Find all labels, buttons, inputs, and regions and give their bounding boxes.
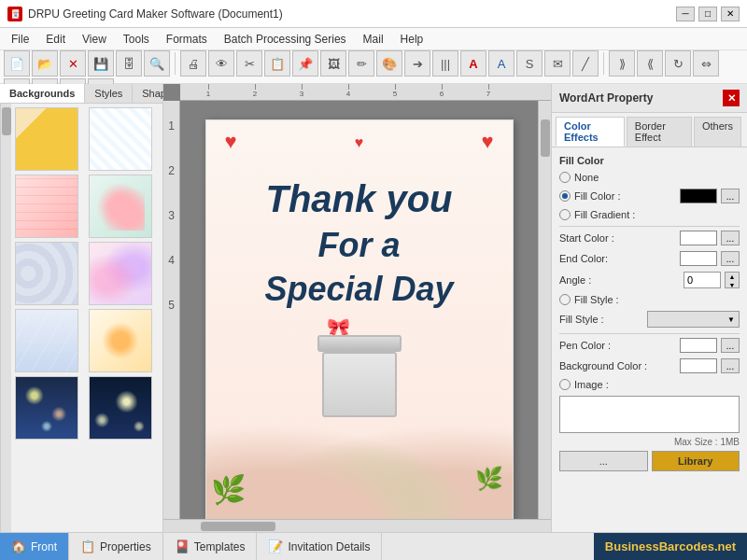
bg-color-btn[interactable]: ... xyxy=(721,358,740,373)
fill-color-radio[interactable] xyxy=(559,190,571,202)
card-text-line1: Thank you xyxy=(206,176,513,221)
forward-btn[interactable]: ⟫ xyxy=(609,50,635,77)
list-item[interactable] xyxy=(89,107,152,171)
cut-btn[interactable]: ✂ xyxy=(236,50,262,77)
rotate-btn[interactable]: ↻ xyxy=(665,50,691,77)
tab-front[interactable]: 🏠 Front xyxy=(0,533,69,560)
fill-style-dropdown[interactable]: ▼ xyxy=(647,311,740,328)
email-btn[interactable]: ✉ xyxy=(544,50,571,77)
panel-close-button[interactable]: ✕ xyxy=(723,90,740,106)
text-btn[interactable]: A xyxy=(460,50,486,77)
list-item[interactable] xyxy=(89,242,152,305)
bg-color-swatch[interactable] xyxy=(680,358,717,373)
pen-color-swatch[interactable] xyxy=(680,338,717,353)
list-item[interactable] xyxy=(15,107,78,171)
front-icon: 🏠 xyxy=(11,539,26,554)
minimize-btn[interactable]: ─ xyxy=(676,7,695,21)
menu-help[interactable]: Help xyxy=(393,31,431,48)
invitation-icon: 📝 xyxy=(268,539,283,554)
fill-color-picker-btn[interactable]: ... xyxy=(721,189,740,203)
copy-btn[interactable]: 📋 xyxy=(264,50,290,77)
menu-file[interactable]: File xyxy=(4,31,36,48)
menu-formats[interactable]: Formats xyxy=(159,31,215,48)
max-size-label: Max Size : 1MB xyxy=(559,437,740,447)
barcode-btn[interactable]: ||| xyxy=(432,50,458,77)
menu-view[interactable]: View xyxy=(75,31,114,48)
new-btn[interactable]: 📄 xyxy=(4,50,30,77)
menu-edit[interactable]: Edit xyxy=(38,31,73,48)
heart-center: ♥ xyxy=(355,134,364,154)
fill-color-swatch[interactable] xyxy=(680,189,717,203)
pen-color-btn[interactable]: ... xyxy=(721,338,740,353)
scrollbar-thumb xyxy=(2,107,11,135)
fill-style-radio-row: Fill Style : xyxy=(559,294,740,305)
invitation-label: Invitation Details xyxy=(288,540,370,553)
maximize-btn[interactable]: □ xyxy=(698,7,717,21)
close-btn[interactable]: ✕ xyxy=(721,7,740,21)
library-btn[interactable]: Library xyxy=(652,451,740,471)
templates-label: Templates xyxy=(194,540,246,553)
dots-btn[interactable]: ... xyxy=(559,451,648,471)
list-item[interactable] xyxy=(89,376,152,440)
image-btn[interactable]: 🖼 xyxy=(320,50,346,77)
menu-batch[interactable]: Batch Processing Series xyxy=(217,31,354,48)
start-color-swatch[interactable] xyxy=(680,231,717,245)
canvas-container: 1 2 3 4 5 ♥ ♥ ♥ Thank you xyxy=(163,101,551,519)
angle-row: Angle : ▲ ▼ xyxy=(559,272,740,288)
print-preview-btn[interactable]: 👁 xyxy=(208,50,234,77)
end-color-btn[interactable]: ... xyxy=(721,251,740,266)
left-scrollbar[interactable] xyxy=(0,104,11,532)
tab-properties[interactable]: 📋 Properties xyxy=(69,533,163,560)
save-all-btn[interactable]: 🗄 xyxy=(116,50,142,77)
tab-others[interactable]: Others xyxy=(694,117,741,147)
window-controls: ─ □ ✕ xyxy=(676,7,740,21)
angle-spinner[interactable]: ▲ ▼ xyxy=(725,272,740,288)
list-item[interactable] xyxy=(15,309,78,372)
fill-gradient-label: Fill Gradient : xyxy=(574,209,740,220)
draw-btn[interactable]: ✏ xyxy=(348,50,374,77)
list-item[interactable] xyxy=(15,242,78,305)
browse-btn[interactable]: 🔍 xyxy=(144,50,170,77)
none-radio[interactable] xyxy=(559,172,571,183)
fill-gradient-radio[interactable] xyxy=(559,209,571,220)
menu-mail[interactable]: Mail xyxy=(356,31,391,48)
menu-tools[interactable]: Tools xyxy=(116,31,157,48)
list-item[interactable] xyxy=(89,309,152,372)
paint-btn[interactable]: 🎨 xyxy=(376,50,402,77)
canvas-hscrollbar[interactable] xyxy=(163,519,551,532)
angle-input[interactable] xyxy=(684,272,721,288)
start-color-btn[interactable]: ... xyxy=(721,231,740,245)
paste-btn[interactable]: 📌 xyxy=(292,50,318,77)
app-icon: 🃏 xyxy=(7,7,22,21)
fill-style-radio[interactable] xyxy=(559,294,571,305)
symbol-btn[interactable]: S xyxy=(516,50,543,77)
angle-label: Angle : xyxy=(559,274,680,286)
flip-btn[interactable]: ⇔ xyxy=(693,50,719,77)
ruler-top: 1 2 3 4 5 6 7 xyxy=(180,84,551,101)
image-input-area[interactable] xyxy=(559,396,740,433)
ruler-left: 1 2 3 4 5 xyxy=(163,101,180,519)
tab-backgrounds[interactable]: Backgrounds xyxy=(0,84,85,103)
tab-invitation-details[interactable]: 📝 Invitation Details xyxy=(257,533,382,560)
image-radio[interactable] xyxy=(559,379,571,390)
save-btn[interactable]: 💾 xyxy=(88,50,114,77)
list-item[interactable] xyxy=(89,175,152,238)
close-file-btn[interactable]: ✕ xyxy=(60,50,86,77)
tab-templates[interactable]: 🎴 Templates xyxy=(163,533,258,560)
canvas-vscrollbar[interactable] xyxy=(538,101,551,519)
canvas-inner[interactable]: ♥ ♥ ♥ Thank you For a Special Day 🎀 xyxy=(180,101,538,519)
end-color-swatch[interactable] xyxy=(680,251,717,266)
open-btn[interactable]: 📂 xyxy=(32,50,58,77)
back-btn[interactable]: ⟪ xyxy=(637,50,663,77)
tab-styles[interactable]: Styles xyxy=(85,84,133,103)
tab-border-effect[interactable]: Border Effect xyxy=(627,117,692,147)
arrow-btn[interactable]: ➔ xyxy=(404,50,430,77)
tab-color-effects[interactable]: Color Effects xyxy=(556,117,625,147)
list-item[interactable] xyxy=(15,175,78,238)
end-color-label: End Color: xyxy=(559,253,676,264)
print-btn[interactable]: 🖨 xyxy=(180,50,206,77)
list-item[interactable] xyxy=(15,376,78,440)
line-btn[interactable]: ╱ xyxy=(572,50,599,77)
card-flowers-bottom xyxy=(206,408,513,519)
wordart-btn[interactable]: A xyxy=(488,50,514,77)
